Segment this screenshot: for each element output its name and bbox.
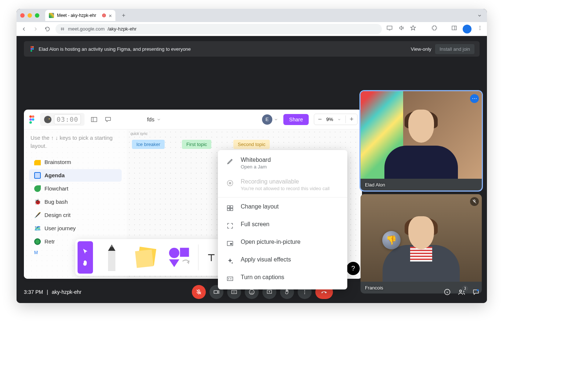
figma-zoom-control[interactable]: − 9% + [314,114,358,125]
svg-point-22 [169,248,179,258]
svg-point-12 [29,118,32,121]
chevron-down-icon[interactable] [477,13,483,18]
text-icon [206,252,217,263]
menu-item-layout[interactable]: Change layout [218,199,347,217]
people-button[interactable]: 3 [458,288,466,296]
template-userjourney[interactable]: 🗺️User journey [29,222,122,235]
menu-item-effects[interactable]: Apply visual effects [218,252,347,270]
svg-rect-21 [135,249,153,268]
url-input[interactable]: meet.google.com/aky-hzpk-ehr [55,24,382,34]
template-brainstorm[interactable]: Brainstorm [29,156,122,168]
mic-button[interactable] [192,285,206,299]
svg-rect-33 [227,277,233,281]
canvas-label: quick sync [130,132,148,136]
menu-item-captions[interactable]: Turn on captions [218,270,347,287]
figma-bottom-toolbar [75,239,223,276]
chrome-menu-icon[interactable] [477,25,483,31]
tool-pencil[interactable] [97,241,127,274]
chat-icon[interactable] [472,288,480,296]
sidepanel-icon[interactable] [451,25,458,31]
shapes-icon [166,245,192,270]
bookmark-star-icon[interactable] [410,25,416,31]
back-button[interactable] [20,25,28,33]
profile-avatar[interactable] [463,25,472,33]
chevron-down-icon[interactable] [274,117,278,122]
participant-tile-elad[interactable]: ⋯ Elad Alon [361,91,482,190]
window-controls[interactable] [20,13,39,18]
help-button[interactable]: ? [347,262,360,275]
svg-point-9 [31,50,32,51]
figma-logo-icon[interactable] [28,115,35,124]
meeting-info[interactable]: 3:37 PM | aky-hzpk-ehr [24,289,82,295]
zoom-value: 9% [326,117,333,122]
zoom-in-icon[interactable]: + [345,115,354,123]
emoji-icon [248,289,255,295]
new-tab-button[interactable]: + [118,10,129,21]
meeting-code: aky-hzpk-ehr [52,289,82,295]
clock-time: 3:37 PM [24,289,43,295]
svg-point-43 [304,293,305,294]
pip-icon [226,239,234,248]
template-bugbash[interactable]: 🐞Bug bash [29,196,122,208]
comment-icon[interactable] [104,115,112,124]
install-join-button[interactable]: Install and join [435,44,474,54]
zoom-out-icon[interactable]: − [318,115,322,123]
chevron-down-icon [337,118,341,121]
svg-point-39 [252,291,253,292]
timer-avatar-icon [44,115,52,124]
template-flowchart[interactable]: Flowchart [29,182,122,195]
svg-rect-16 [92,117,97,122]
menu-item-title: Whiteboard [241,157,271,163]
figma-user-avatar[interactable]: E [262,114,272,125]
menu-separator [218,197,347,197]
tile-options-icon[interactable]: ⋯ [470,94,479,103]
svg-point-6 [32,46,33,47]
tool-shapes[interactable] [164,241,194,274]
reload-button[interactable] [44,25,51,33]
screen-icon[interactable] [386,25,393,31]
tool-select[interactable] [78,241,93,274]
cc-icon: CC [231,289,237,295]
agenda-pill-second-topic[interactable]: Second topic [233,140,270,149]
agenda-pill-first-topic[interactable]: First topic [182,140,211,149]
template-agenda[interactable]: Agenda [29,169,122,182]
info-icon[interactable] [444,288,451,296]
participant-grid: ⋯ Elad Alon 👎 Francois [361,91,482,293]
figma-share-button[interactable]: Share [283,114,309,125]
template-designcrit[interactable]: 🖋️Design crit [29,209,122,221]
panels-icon[interactable] [90,115,98,124]
close-tab-icon[interactable]: × [109,13,112,19]
close-window-icon[interactable] [20,13,25,18]
mute-audio-icon[interactable] [398,25,405,31]
figma-timer[interactable]: 03:00 [40,113,85,126]
svg-point-4 [480,29,480,30]
svg-rect-34 [214,291,218,293]
sticky-note-icon [133,245,158,270]
banner-text: Elad Alon is hosting an activity using F… [39,46,191,52]
svg-rect-29 [227,209,230,211]
chrome-tab-strip: Meet - aky-hzpk-ehr × + [17,9,487,22]
figma-file-name[interactable]: fds [147,116,161,122]
extensions-icon[interactable] [431,25,438,31]
browser-tab[interactable]: Meet - aky-hzpk-ehr × [45,10,115,21]
agenda-pill-ice-breaker[interactable]: Ice breaker [132,140,165,149]
minimize-window-icon[interactable] [28,13,32,18]
svg-point-41 [304,290,305,291]
figma-toolbar-top: 03:00 fds E Share − 9% + [24,110,362,129]
maximize-window-icon[interactable] [35,13,39,18]
menu-item-fullscreen[interactable]: Full screen [218,217,347,234]
present-icon [266,289,273,295]
menu-item-recording: Recording unavailable You're not allowed… [218,174,347,196]
site-info-icon[interactable] [60,26,65,32]
forward-button[interactable] [32,25,39,33]
cc-icon [226,275,234,283]
svg-point-15 [44,115,51,123]
svg-point-11 [32,115,35,118]
participant-tile-francois[interactable]: 👎 Francois [361,194,482,293]
menu-item-title: Open picture-in-picture [241,239,301,245]
menu-item-pip[interactable]: Open picture-in-picture [218,234,347,252]
svg-point-46 [477,289,479,291]
menu-item-whiteboard[interactable]: Whiteboard Open a Jam [218,152,347,174]
cursor-icon [82,248,89,255]
tool-sticky[interactable] [130,241,161,274]
